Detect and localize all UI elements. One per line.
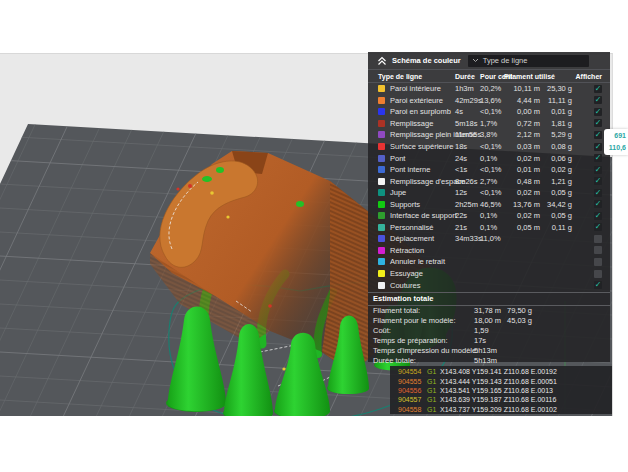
line-type-row[interactable]: Annuler le retrait✓ bbox=[368, 256, 610, 268]
estimation-label: Filament pour le modèle: bbox=[373, 316, 474, 325]
filament-meters: 0,48 m bbox=[504, 177, 540, 186]
visibility-checkbox[interactable]: ✓ bbox=[594, 85, 602, 93]
line-type-label: Pont bbox=[378, 154, 455, 163]
percent-value: 0,1% bbox=[480, 223, 504, 232]
estimation-label: Temps de préparation: bbox=[373, 336, 474, 345]
duration-value: 22s bbox=[455, 211, 480, 220]
collapse-icon[interactable] bbox=[377, 56, 387, 66]
visibility-checkbox[interactable]: ✓ bbox=[594, 177, 602, 185]
line-type-row[interactable]: Supports2h25m46,5%13,76 m34,42 g✓ bbox=[368, 198, 610, 210]
color-swatch bbox=[378, 131, 385, 138]
gcode-command: G1 bbox=[427, 378, 440, 385]
estimation-row: Temps d'impression du modèle:5h13m bbox=[368, 345, 610, 355]
estimation-row: Filament pour le modèle:18,00 m45,03 g bbox=[368, 316, 610, 326]
visibility-checkbox[interactable]: ✓ bbox=[594, 119, 602, 127]
line-type-row[interactable]: Pont24s0,1%0,02 m0,06 g✓ bbox=[368, 152, 610, 164]
estimation-label: Temps d'impression du modèle: bbox=[373, 346, 474, 355]
estimation-value-1: 18,00 m bbox=[474, 316, 507, 325]
col-percent: Pour cent bbox=[480, 73, 504, 80]
estimation-row: Coût:1,59 bbox=[368, 326, 610, 336]
estimation-label: Filament total: bbox=[373, 306, 474, 315]
visibility-checkbox[interactable]: ✓ bbox=[594, 166, 602, 174]
line-type-row[interactable]: Jupe12s<0,1%0,02 m0,05 g✓ bbox=[368, 187, 610, 199]
layer-height: 110,6 bbox=[604, 142, 626, 154]
line-type-row[interactable]: Coutures✓ bbox=[368, 279, 610, 291]
visibility-checkbox[interactable]: ✓ bbox=[594, 281, 602, 289]
line-type-table: Paroi intérieure1h3m20,2%10,11 m25,30 g✓… bbox=[368, 83, 610, 291]
estimation-value-1: 17s bbox=[474, 336, 507, 345]
color-swatch bbox=[378, 201, 385, 208]
filament-meters: 0,05 m bbox=[504, 223, 540, 232]
percent-value: <0,1% bbox=[480, 165, 504, 174]
gcode-params: X143.444 Y159.143 Z110.68 E.00051 bbox=[440, 378, 557, 385]
line-type-label: Paroi intérieure bbox=[378, 84, 455, 93]
filament-meters: 10,11 m bbox=[504, 84, 540, 93]
percent-value: 3,8% bbox=[480, 130, 504, 139]
gcode-line: 904555G1X143.444 Y159.143 Z110.68 E.0005… bbox=[390, 376, 612, 385]
color-swatch bbox=[378, 178, 385, 185]
percent-value: <0,1% bbox=[480, 188, 504, 197]
visibility-checkbox[interactable]: ✓ bbox=[594, 200, 602, 208]
visibility-checkbox[interactable]: ✓ bbox=[594, 212, 602, 220]
estimation-value-1: 1,59 bbox=[474, 326, 507, 335]
line-type-label: Remplissage plein interne bbox=[378, 130, 455, 139]
line-type-row[interactable]: Rétraction✓ bbox=[368, 245, 610, 257]
gcode-params: X143.541 Y159.165 Z110.68 E.0013 bbox=[440, 387, 553, 394]
visibility-checkbox[interactable]: ✓ bbox=[594, 270, 602, 278]
visibility-checkbox[interactable]: ✓ bbox=[594, 189, 602, 197]
color-swatch bbox=[378, 143, 385, 150]
line-type-label: Pont interne bbox=[378, 165, 455, 174]
filament-meters: 2,12 m bbox=[504, 130, 540, 139]
estimation-value-2: 45,03 g bbox=[507, 316, 610, 325]
estimation-label: Durée totale: bbox=[373, 356, 474, 365]
line-type-label: Paroi en surplomb bbox=[378, 107, 455, 116]
duration-value: 18s bbox=[455, 142, 480, 151]
line-type-row[interactable]: Pont interne<1s<0,1%0,01 m0,02 g✓ bbox=[368, 164, 610, 176]
estimation-row: Durée totale:5h13m bbox=[368, 355, 610, 365]
line-type-row[interactable]: Paroi en surplomb4s<0,1%0,00 m0,01 g✓ bbox=[368, 106, 610, 118]
visibility-checkbox[interactable]: ✓ bbox=[594, 258, 602, 266]
visibility-checkbox[interactable]: ✓ bbox=[594, 246, 602, 254]
duration-value: <1s bbox=[455, 165, 480, 174]
line-type-row[interactable]: Personnalisé21s0,1%0,05 m0,11 g✓ bbox=[368, 222, 610, 234]
color-swatch bbox=[378, 270, 385, 277]
gcode-command: G1 bbox=[427, 368, 440, 375]
color-swatch bbox=[378, 85, 385, 92]
gcode-line-number: 904554 bbox=[398, 368, 427, 375]
line-type-row[interactable]: Déplacement34m33s11,0%✓ bbox=[368, 233, 610, 245]
panel-header: Schéma de couleur Type de ligne bbox=[368, 52, 610, 70]
line-type-row[interactable]: Essuyage✓ bbox=[368, 268, 610, 280]
line-type-row[interactable]: Paroi intérieure1h3m20,2%10,11 m25,30 g✓ bbox=[368, 83, 610, 95]
view-type-dropdown[interactable]: Type de ligne bbox=[468, 55, 589, 67]
percent-value: 0,1% bbox=[480, 154, 504, 163]
visibility-checkbox[interactable]: ✓ bbox=[594, 96, 602, 104]
gcode-readout: 904554G1X143.408 Y159.141 Z110.68 E.0019… bbox=[390, 366, 612, 414]
line-type-row[interactable]: Paroi extérieure42m29s13,6%4,44 m11,11 g… bbox=[368, 95, 610, 107]
line-type-label: Personnalisé bbox=[378, 223, 455, 232]
line-type-row[interactable]: Surface supérieure18s<0,1%0,03 m0,08 g✓ bbox=[368, 141, 610, 153]
visibility-checkbox[interactable]: ✓ bbox=[594, 108, 602, 116]
visibility-checkbox[interactable]: ✓ bbox=[594, 154, 602, 162]
color-swatch bbox=[378, 97, 385, 104]
filament-grams: 0,08 g bbox=[540, 142, 572, 151]
line-type-row[interactable]: Interface de support22s0,1%0,02 m0,05 g✓ bbox=[368, 210, 610, 222]
filament-grams: 0,05 g bbox=[540, 211, 572, 220]
panel-title: Schéma de couleur bbox=[392, 56, 461, 65]
duration-value: 34m33s bbox=[455, 234, 480, 243]
duration-value: 8m26s bbox=[455, 177, 480, 186]
visibility-checkbox[interactable]: ✓ bbox=[594, 143, 602, 151]
visibility-checkbox[interactable]: ✓ bbox=[594, 223, 602, 231]
filament-grams: 0,02 g bbox=[540, 165, 572, 174]
line-type-row[interactable]: Remplissage5m18s1,7%0,72 m1,81 g✓ bbox=[368, 118, 610, 130]
duration-value: 42m29s bbox=[455, 96, 480, 105]
line-type-row[interactable]: Remplissage plein interne11m55s3,8%2,12 … bbox=[368, 129, 610, 141]
line-type-row[interactable]: Remplissage d'espace8m26s2,7%0,48 m1,21 … bbox=[368, 175, 610, 187]
filament-meters: 0,02 m bbox=[504, 154, 540, 163]
color-swatch bbox=[378, 108, 385, 115]
filament-grams: 5,29 g bbox=[540, 130, 572, 139]
line-type-label: Remplissage bbox=[378, 119, 455, 128]
visibility-checkbox[interactable]: ✓ bbox=[594, 235, 602, 243]
visibility-checkbox[interactable]: ✓ bbox=[594, 131, 602, 139]
line-type-label: Jupe bbox=[378, 188, 455, 197]
layer-slider-tooltip: 691 110,6 bbox=[604, 129, 628, 155]
